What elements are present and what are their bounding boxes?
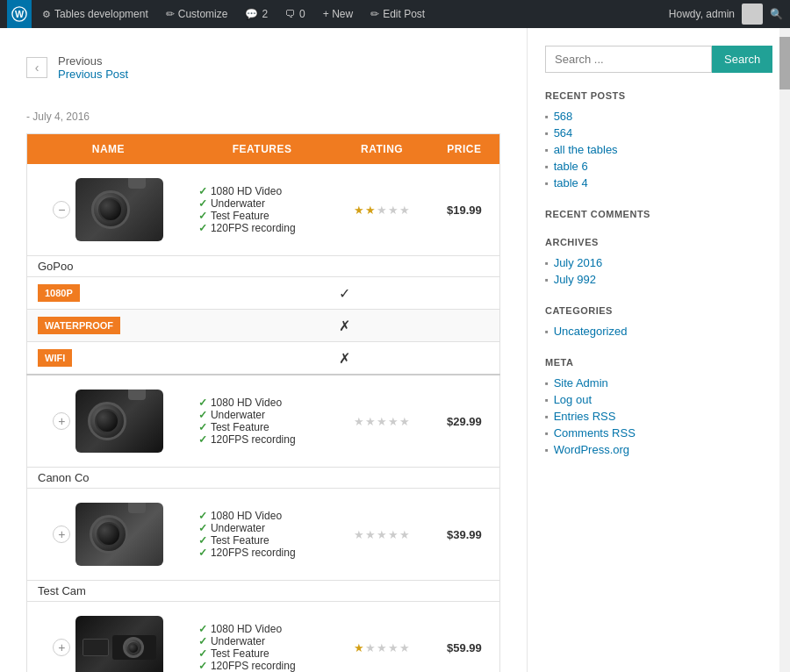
admin-comments[interactable]: 💬 2 bbox=[238, 0, 275, 28]
post-navigation: ‹ Previous Previous Post bbox=[26, 46, 500, 89]
feature-value-wifi: ✗ bbox=[190, 342, 500, 375]
list-item: Entries RSS bbox=[545, 408, 702, 425]
main-content: ‹ Previous Previous Post - July 4, 2016 … bbox=[0, 28, 527, 672]
nav-back-arrow[interactable]: ‹ bbox=[26, 57, 47, 78]
list-item: July 2016 bbox=[545, 254, 702, 271]
recent-comments-section: RECENT COMMENTS bbox=[545, 209, 702, 219]
wp-logo[interactable]: W bbox=[7, 0, 32, 28]
scrollbar-thumb[interactable] bbox=[779, 37, 790, 89]
recent-posts-list: 568 564 all the tables table 6 table 4 bbox=[545, 108, 702, 191]
categories-list: Uncategorized bbox=[545, 323, 702, 340]
col-header-features: FEATURES bbox=[190, 134, 334, 165]
search-input[interactable] bbox=[545, 46, 712, 73]
recent-post-link[interactable]: 564 bbox=[554, 126, 573, 139]
meta-list: Site Admin Log out Entries RSS Comments … bbox=[545, 375, 702, 458]
admin-avatar bbox=[742, 4, 763, 25]
archives-section: ARCHIVES July 2016 July 992 bbox=[545, 237, 702, 288]
sidebar: Search RECENT POSTS 568 564 all the tabl… bbox=[527, 28, 720, 672]
recent-posts-title: RECENT POSTS bbox=[545, 90, 702, 101]
table-row: + ✓ 1080 HD bbox=[27, 489, 500, 581]
product-name-row-gopoo: GoPoo bbox=[27, 256, 500, 277]
product-rating-gopoo: ★★★★★ bbox=[334, 164, 429, 256]
list-item: 564 bbox=[545, 125, 702, 141]
recent-comments-title: RECENT COMMENTS bbox=[545, 209, 702, 219]
list-item: Uncategorized bbox=[545, 323, 702, 340]
archives-list: July 2016 July 992 bbox=[545, 254, 702, 288]
product-comparison-table: NAME FEATURES RATING PRICE − bbox=[26, 133, 500, 672]
feature-value-waterproof: ✗ bbox=[190, 310, 500, 342]
list-item: table 6 bbox=[545, 158, 702, 175]
categories-section: CATEGORIES Uncategorized bbox=[545, 305, 702, 340]
col-header-rating: RATING bbox=[334, 134, 429, 165]
product-price-actioncam: $59.99 bbox=[429, 602, 500, 673]
feature-value-1080p: ✓ bbox=[190, 277, 500, 310]
product-image-cell: − bbox=[27, 164, 190, 256]
product-features-canon: ✓ 1080 HD Video ✓ Underwater ✓ Test Feat… bbox=[190, 375, 334, 468]
product-image-actioncam bbox=[75, 616, 163, 672]
svg-text:W: W bbox=[15, 9, 25, 19]
admin-bar: W ⚙ Tables development ✏ Customize 💬 2 🗨… bbox=[0, 0, 790, 28]
archive-link[interactable]: July 2016 bbox=[554, 256, 603, 269]
meta-section: META Site Admin Log out Entries RSS Comm… bbox=[545, 357, 702, 458]
feature-row-waterproof: WATERPROOF ✗ bbox=[27, 310, 500, 342]
list-item: 568 bbox=[545, 108, 702, 125]
expand-icon-testcam[interactable]: + bbox=[53, 525, 70, 543]
feature-row-wifi: WIFI ✗ bbox=[27, 342, 500, 375]
product-rating-actioncam: ★★★★★ bbox=[334, 602, 429, 673]
product-features-testcam: ✓ 1080 HD Video ✓ Underwater ✓ Test Feat… bbox=[190, 489, 334, 581]
recent-post-link[interactable]: table 4 bbox=[554, 176, 588, 189]
badge-waterproof: WATERPROOF bbox=[38, 317, 120, 334]
meta-link-entries-rss[interactable]: Entries RSS bbox=[554, 410, 616, 423]
expand-icon-canon[interactable]: + bbox=[53, 412, 70, 430]
meta-link-comments-rss[interactable]: Comments RSS bbox=[554, 426, 636, 440]
table-row: + ✓ 1080 HD bbox=[27, 375, 500, 468]
archives-title: ARCHIVES bbox=[545, 237, 702, 247]
col-header-name: NAME bbox=[27, 134, 190, 165]
list-item: Comments RSS bbox=[545, 425, 702, 441]
list-item: table 4 bbox=[545, 175, 702, 191]
sidebar-search: Search bbox=[545, 46, 702, 73]
meta-link-siteadmin[interactable]: Site Admin bbox=[554, 376, 608, 390]
meta-title: META bbox=[545, 357, 702, 368]
product-price-gopoo: $19.99 bbox=[429, 164, 500, 256]
category-link[interactable]: Uncategorized bbox=[554, 325, 628, 338]
search-icon[interactable]: 🔍 bbox=[770, 8, 783, 20]
list-item: all the tables bbox=[545, 141, 702, 158]
meta-link-logout[interactable]: Log out bbox=[554, 393, 592, 406]
recent-post-link[interactable]: table 6 bbox=[554, 160, 588, 173]
recent-post-link[interactable]: 568 bbox=[554, 110, 573, 123]
col-header-price: PRICE bbox=[429, 134, 500, 165]
product-rating-canon: ★★★★★ bbox=[334, 375, 429, 468]
scrollbar[interactable] bbox=[779, 28, 790, 672]
previous-post-link[interactable]: Previous Post bbox=[58, 68, 128, 81]
badge-1080p: 1080P bbox=[38, 284, 80, 302]
expand-icon-actioncam[interactable]: + bbox=[53, 639, 70, 656]
recent-post-link[interactable]: all the tables bbox=[554, 143, 618, 156]
product-rating-testcam: ★★★★★ bbox=[334, 489, 429, 581]
product-image-cell-testcam: + bbox=[27, 489, 190, 581]
nav-previous-block: Previous Previous Post bbox=[58, 54, 128, 81]
search-button[interactable]: Search bbox=[712, 46, 772, 73]
list-item: July 992 bbox=[545, 271, 702, 288]
list-item: Site Admin bbox=[545, 375, 702, 391]
admin-site-name[interactable]: ⚙ Tables development bbox=[35, 0, 155, 28]
archive-link[interactable]: July 992 bbox=[554, 273, 596, 286]
expand-icon-gopoo[interactable]: − bbox=[53, 201, 70, 218]
product-name-row-testcam: Test Cam bbox=[27, 581, 500, 602]
product-image-gopoo bbox=[75, 178, 163, 241]
list-item: Log out bbox=[545, 391, 702, 408]
recent-posts-section: RECENT POSTS 568 564 all the tables tabl… bbox=[545, 90, 702, 191]
product-image-canon bbox=[75, 390, 163, 453]
admin-customize[interactable]: ✏ Customize bbox=[159, 0, 235, 28]
admin-new[interactable]: + New bbox=[316, 0, 360, 28]
list-item: WordPress.org bbox=[545, 441, 702, 458]
product-features-actioncam: ✓ 1080 HD Video ✓ Underwater ✓ Test Feat… bbox=[190, 602, 334, 673]
product-price-testcam: $39.99 bbox=[429, 489, 500, 581]
meta-link-wordpress[interactable]: WordPress.org bbox=[554, 443, 629, 456]
product-name-row-canon: Canon Co bbox=[27, 468, 500, 489]
product-price-canon: $29.99 bbox=[429, 375, 500, 468]
admin-edit-post[interactable]: ✏ Edit Post bbox=[363, 0, 432, 28]
admin-bar-right: Howdy, admin 🔍 bbox=[669, 4, 783, 25]
post-date: - July 4, 2016 bbox=[26, 111, 500, 123]
admin-pingback[interactable]: 🗨 0 bbox=[278, 0, 312, 28]
